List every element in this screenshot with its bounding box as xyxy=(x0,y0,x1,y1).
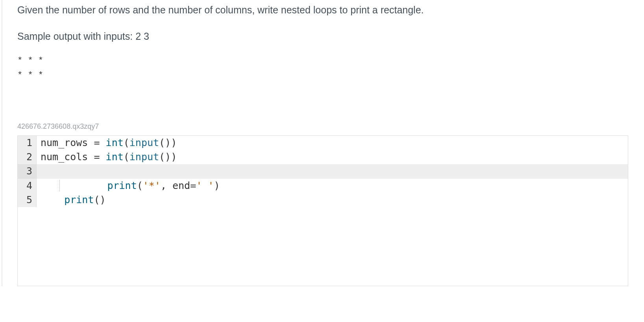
problem-description: Given the number of rows and the number … xyxy=(17,3,628,17)
code-line-editable[interactable]: 3 xyxy=(18,164,628,178)
sample-output-text: * * * * * * xyxy=(17,54,628,83)
exercise-id: 426676.2736608.qx3zqy7 xyxy=(17,122,628,131)
code-content-editable[interactable] xyxy=(37,164,628,178)
code-content: print() xyxy=(37,193,628,207)
code-content: num_rows = int(input()) xyxy=(37,136,628,150)
line-number: 3 xyxy=(18,164,37,178)
code-editor[interactable]: 1 num_rows = int(input()) 2 num_cols = i… xyxy=(17,135,628,286)
line-number: 1 xyxy=(18,136,37,150)
code-content: num_cols = int(input()) xyxy=(37,150,628,164)
line-number: 5 xyxy=(18,193,37,207)
code-line: 1 num_rows = int(input()) xyxy=(18,136,628,150)
line-number: 4 xyxy=(18,179,37,193)
line-number: 2 xyxy=(18,150,37,164)
code-line: 2 num_cols = int(input()) xyxy=(18,150,628,164)
editor-blank-area xyxy=(18,207,628,286)
code-line: 5 print() xyxy=(18,193,628,207)
code-content: print('*', end=' ') xyxy=(37,179,628,193)
code-line: 4 print('*', end=' ') xyxy=(18,179,628,193)
sample-output-label: Sample output with inputs: 2 3 xyxy=(17,30,628,43)
